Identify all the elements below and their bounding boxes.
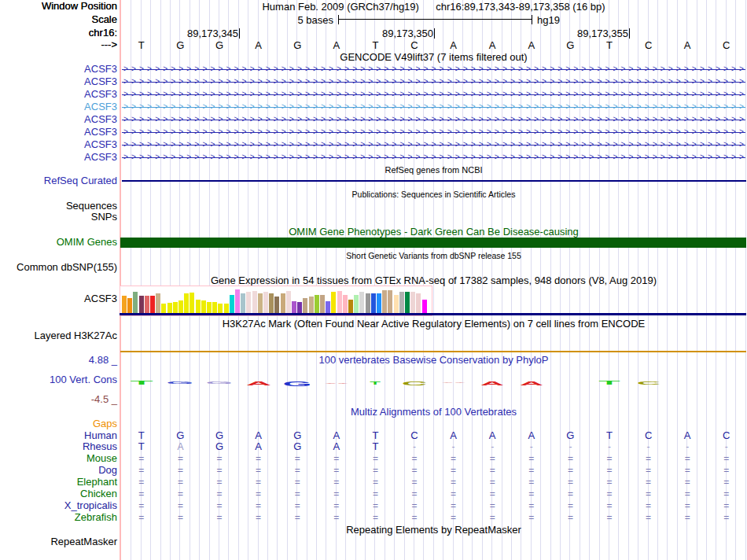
multiz-species-label[interactable]: Elephant <box>0 477 117 488</box>
gencode-gene-row[interactable]: >>>>>>>>>>>>>>>>>>>>>>>>>>>>>>>>>>>>>>>>… <box>122 101 745 112</box>
gencode-gene-row[interactable]: >>>>>>>>>>>>>>>>>>>>>>>>>>>>>>>>>>>>>>>>… <box>122 139 745 150</box>
multiz-species-label[interactable]: X_tropicalis <box>0 500 117 511</box>
gtex-tissue-bar[interactable] <box>156 293 160 315</box>
multiz-alignment-cell: = <box>171 453 190 464</box>
h3k27ac-signal-line[interactable] <box>120 351 746 352</box>
track-label-common-dbsnp[interactable]: Common dbSNP(155) <box>0 262 117 273</box>
multiz-alignment-cell: = <box>249 512 268 523</box>
gtex-tissue-bar[interactable] <box>405 292 410 315</box>
multiz-alignment-cell: = <box>366 488 385 499</box>
multiz-alignment-cell: = <box>639 500 658 511</box>
track-label-refseq-curated[interactable]: RefSeq Curated <box>0 175 117 186</box>
multiz-species-label[interactable]: Human <box>0 430 117 441</box>
gencode-gene-row[interactable]: >>>>>>>>>>>>>>>>>>>>>>>>>>>>>>>>>>>>>>>>… <box>122 127 745 138</box>
multiz-alignment-cell: - <box>717 441 736 452</box>
strand-arrows: >>>>>>>>>>>>>>>>>>>>>>>>>>>>>>>>>>>>>>>>… <box>123 76 745 87</box>
multiz-alignment-cell: = <box>639 453 658 464</box>
gencode-gene-label[interactable]: ACSF3 <box>0 101 117 112</box>
coordinate-label: 89,173,350 <box>362 28 433 39</box>
gtex-tissue-bar[interactable] <box>359 292 364 315</box>
multiz-species-label[interactable]: Zebrafish <box>0 512 117 523</box>
gtex-tissue-bar[interactable] <box>269 293 274 315</box>
window-position-title: Human Feb. 2009 (GRCh37/hg19) chr16:89,1… <box>122 1 745 13</box>
multiz-alignment-cell: = <box>249 500 268 511</box>
gtex-tissue-bar[interactable] <box>286 291 291 315</box>
gtex-tissue-bar[interactable] <box>235 289 240 315</box>
gtex-tissue-bar[interactable] <box>382 290 387 315</box>
strand-arrows: >>>>>>>>>>>>>>>>>>>>>>>>>>>>>>>>>>>>>>>>… <box>123 64 745 75</box>
multiz-species-label[interactable]: Gaps <box>0 418 117 429</box>
multiz-alignment-cell: = <box>210 477 229 488</box>
gtex-tissue-bar[interactable] <box>399 292 404 315</box>
gtex-tissue-bar[interactable] <box>410 292 415 315</box>
gtex-tissue-bar[interactable] <box>263 292 268 315</box>
gtex-tissue-bar[interactable] <box>184 293 189 315</box>
multiz-alignment-cell: A <box>249 441 268 452</box>
gtex-tissue-bar[interactable] <box>133 292 138 315</box>
gtex-tissue-bar[interactable] <box>331 292 336 315</box>
multiz-alignment-cell: - <box>483 441 502 452</box>
gtex-tissue-bar[interactable] <box>241 293 245 315</box>
gencode-gene-label[interactable]: ACSF3 <box>0 152 117 163</box>
gtex-tissue-bar[interactable] <box>258 293 263 315</box>
multiz-alignment-cell: = <box>366 500 385 511</box>
gencode-gene-row[interactable]: >>>>>>>>>>>>>>>>>>>>>>>>>>>>>>>>>>>>>>>>… <box>122 76 745 87</box>
multiz-species-label[interactable]: Rhesus <box>0 441 117 452</box>
gtex-tissue-bar[interactable] <box>371 293 376 315</box>
omim-gene-bar[interactable] <box>120 238 746 248</box>
reference-base: A <box>516 39 547 51</box>
gencode-gene-label[interactable]: ACSF3 <box>0 139 117 150</box>
gtex-tissue-bar[interactable] <box>337 291 342 315</box>
multiz-alignment-cell: = <box>327 512 346 523</box>
gencode-gene-label[interactable]: ACSF3 <box>0 64 117 75</box>
multiz-alignment-cell: = <box>132 500 151 511</box>
gtex-tissue-bar[interactable] <box>366 293 370 315</box>
multiz-alignment-cell: = <box>444 477 463 488</box>
multiz-species-label[interactable]: Mouse <box>0 453 117 464</box>
multiz-species-label[interactable]: Chicken <box>0 488 117 499</box>
gencode-gene-row[interactable]: >>>>>>>>>>>>>>>>>>>>>>>>>>>>>>>>>>>>>>>>… <box>122 114 745 125</box>
multiz-alignment-cell: = <box>405 500 424 511</box>
assembly-title: Human Feb. 2009 (GRCh37/hg19) <box>262 1 418 13</box>
gtex-tissue-bar[interactable] <box>281 293 285 315</box>
gencode-gene-row[interactable]: >>>>>>>>>>>>>>>>>>>>>>>>>>>>>>>>>>>>>>>>… <box>122 152 745 163</box>
track-label-sequences[interactable]: Sequences <box>0 201 117 212</box>
multiz-alignment-cell: = <box>717 477 736 488</box>
gencode-gene-label[interactable]: ACSF3 <box>0 127 117 138</box>
gtex-tissue-bar[interactable] <box>377 293 381 315</box>
refseq-curated-gene-line[interactable] <box>122 180 746 182</box>
track-label-repeatmasker[interactable]: RepeatMasker <box>0 536 117 547</box>
reference-base: A <box>672 39 703 51</box>
track-label-omim-genes[interactable]: OMIM Genes <box>0 237 117 248</box>
multiz-alignment-cell: = <box>444 488 463 499</box>
gtex-expression-panel <box>120 286 432 316</box>
gencode-gene-label[interactable]: ACSF3 <box>0 76 117 87</box>
assembly-badge: hg19 <box>537 14 560 26</box>
gtex-tissue-bar[interactable] <box>246 292 251 315</box>
multiz-species-label[interactable]: Dog <box>0 465 117 476</box>
gencode-gene-row[interactable]: >>>>>>>>>>>>>>>>>>>>>>>>>>>>>>>>>>>>>>>>… <box>122 64 745 75</box>
coordinate-label: 89,173,355 <box>557 28 628 39</box>
gtex-tissue-bar[interactable] <box>252 291 257 315</box>
gencode-gene-label[interactable]: ACSF3 <box>0 114 117 125</box>
multiz-alignment-cell: = <box>639 512 658 523</box>
gtex-tissue-bar[interactable] <box>416 293 421 315</box>
gtex-title: Gene Expression in 54 tissues from GTEx … <box>122 275 745 286</box>
multiz-alignment-cell: = <box>561 512 580 523</box>
gtex-tissue-bar[interactable] <box>190 293 194 315</box>
multiz-alignment-cell: = <box>366 465 385 476</box>
track-label-layered-h3k27ac[interactable]: Layered H3K27Ac <box>0 330 117 341</box>
multiz-alignment-cell: = <box>717 453 736 464</box>
track-label-snps[interactable]: SNPs <box>0 212 117 223</box>
multiz-alignment-cell: = <box>366 512 385 523</box>
multiz-alignment-cell: = <box>639 465 658 476</box>
multiz-alignment-cell: = <box>561 465 580 476</box>
gencode-gene-label[interactable]: ACSF3 <box>0 89 117 100</box>
multiz-alignment-cell: - <box>561 441 580 452</box>
gencode-gene-row[interactable]: >>>>>>>>>>>>>>>>>>>>>>>>>>>>>>>>>>>>>>>>… <box>122 89 745 100</box>
multiz-alignment-cell: = <box>561 488 580 499</box>
multiz-alignment-cell: T <box>366 441 385 452</box>
gtex-tissue-bar[interactable] <box>388 290 392 315</box>
multiz-alignment-cell: = <box>600 453 619 464</box>
track-label-gtex-acsf3[interactable]: ACSF3 <box>0 293 117 304</box>
